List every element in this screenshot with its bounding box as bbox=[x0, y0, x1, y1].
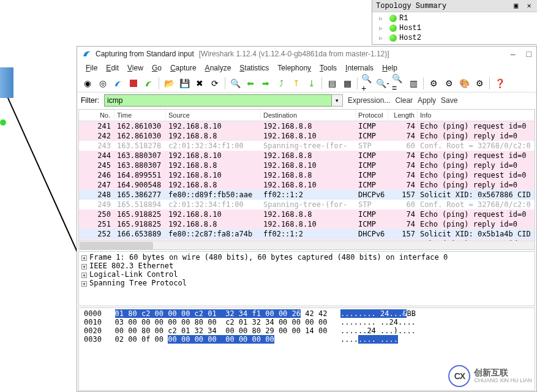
zoom-in-icon[interactable]: 🔍+ bbox=[361, 77, 374, 90]
packet-details[interactable]: +Frame 1: 60 bytes on wire (480 bits), 6… bbox=[78, 251, 535, 306]
svg-rect-2 bbox=[0, 67, 13, 98]
menu-view[interactable]: View bbox=[124, 62, 147, 74]
go-forward-icon[interactable]: ➡ bbox=[259, 77, 272, 90]
col-length[interactable]: Length bbox=[388, 110, 418, 121]
col-no[interactable]: No. bbox=[79, 110, 115, 121]
reload-icon[interactable]: ⟳ bbox=[208, 77, 222, 90]
col-destination[interactable]: Destination bbox=[261, 110, 356, 121]
topology-tree[interactable]: ▷R1 ▷Host1 ▷Host2 bbox=[372, 12, 537, 44]
menu-statistics[interactable]: Statistics bbox=[236, 62, 272, 74]
status-dot-icon bbox=[389, 24, 397, 32]
filter-expression-link[interactable]: Expression... bbox=[348, 96, 390, 105]
status-dot-icon bbox=[389, 15, 397, 22]
window-title: Capturing from Standard input bbox=[96, 50, 194, 58]
help-icon[interactable]: ❓ bbox=[493, 77, 506, 90]
wireshark-window: Capturing from Standard input [Wireshark… bbox=[77, 46, 537, 392]
packet-row[interactable]: 251165.918825192.168.8.8192.168.8.10ICMP… bbox=[79, 219, 535, 229]
packet-row[interactable]: 249165.518894c2:01:32:34:f1:00Spanning-t… bbox=[79, 200, 535, 209]
go-first-icon[interactable]: ⤒ bbox=[290, 77, 303, 90]
topology-title-text: Topology Summary bbox=[376, 2, 446, 10]
packet-row[interactable]: 250165.918825192.168.8.10192.168.8.8ICMP… bbox=[79, 209, 535, 219]
dock-icon[interactable]: ▣ bbox=[512, 1, 520, 10]
auto-scroll-icon[interactable]: ▦ bbox=[340, 77, 354, 90]
filter-bar: Filter: ▾ Expression... Clear Apply Save bbox=[77, 92, 536, 108]
horizontal-scrollbar[interactable] bbox=[79, 241, 535, 249]
filter-dropdown-icon[interactable]: ▾ bbox=[332, 94, 343, 107]
packet-row[interactable]: 244163.880307192.168.8.10192.168.8.8ICMP… bbox=[79, 151, 535, 160]
menu-edit[interactable]: Edit bbox=[102, 62, 122, 74]
interfaces-icon[interactable]: ◉ bbox=[81, 77, 94, 90]
topology-node-r1[interactable]: ▷R1 bbox=[375, 13, 535, 23]
filter-input[interactable] bbox=[104, 94, 332, 107]
packet-row[interactable]: 243163.518278c2:01:32:34:f1:00Spanning-t… bbox=[79, 141, 535, 151]
preferences-icon[interactable]: ⚙ bbox=[473, 77, 486, 90]
col-time[interactable]: Time bbox=[115, 110, 166, 121]
menu-help[interactable]: Help bbox=[378, 62, 401, 74]
go-back-icon[interactable]: ⬅ bbox=[244, 77, 257, 90]
topology-title-bar: Topology Summary ▣ ✕ bbox=[372, 0, 537, 12]
menu-file[interactable]: File bbox=[82, 62, 101, 74]
zoom-out-icon[interactable]: 🔍- bbox=[376, 77, 389, 90]
topology-node-host2[interactable]: ▷Host2 bbox=[375, 33, 535, 43]
tree-frame[interactable]: +Frame 1: 60 bytes on wire (480 bits), 6… bbox=[81, 253, 532, 262]
close-icon[interactable]: ✕ bbox=[525, 1, 533, 10]
filter-save-link[interactable]: Save bbox=[441, 96, 457, 105]
start-capture-icon[interactable] bbox=[111, 77, 125, 90]
packet-bytes[interactable]: 0000 01 80 c2 00 00 00 c2 01 32 34 f1 00… bbox=[78, 307, 535, 391]
filter-clear-link[interactable]: Clear bbox=[395, 96, 413, 105]
svg-rect-3 bbox=[130, 80, 137, 87]
filter-label: Filter: bbox=[81, 96, 99, 105]
find-icon[interactable]: 🔍 bbox=[228, 77, 242, 90]
display-filters-icon[interactable]: ⚙ bbox=[442, 77, 456, 90]
packet-row[interactable]: 245163.880307192.168.8.8192.168.8.10ICMP… bbox=[79, 160, 535, 170]
menu-tools[interactable]: Tools bbox=[316, 62, 340, 74]
col-info[interactable]: Info bbox=[418, 110, 535, 121]
minimize-button[interactable]: – bbox=[511, 49, 516, 59]
menu-capture[interactable]: Capture bbox=[167, 62, 200, 74]
menu-internals[interactable]: Internals bbox=[342, 62, 377, 74]
zoom-reset-icon[interactable]: 🔍= bbox=[391, 77, 405, 90]
packet-row[interactable]: 252166.653889fe80::2c87:fa8:a74bff02::1:… bbox=[79, 229, 535, 239]
packet-headers: No. Time Source Destination Protocol Len… bbox=[79, 110, 535, 121]
packet-row[interactable]: 241162.861030192.168.8.10192.168.8.8ICMP… bbox=[79, 121, 535, 131]
packet-row[interactable]: 242162.861030192.168.8.8192.168.8.10ICMP… bbox=[79, 131, 535, 141]
menu-telephony[interactable]: Telephony bbox=[274, 62, 315, 74]
close-file-icon[interactable]: ✖ bbox=[193, 77, 206, 90]
open-file-icon[interactable]: 📂 bbox=[162, 77, 176, 90]
toolbar: ◉ ◎ 📂 💾 ✖ ⟳ 🔍 ⬅ ➡ ⤴ ⤒ ⤓ ▤ ▦ 🔍+ 🔍- 🔍= ▥ ⚙… bbox=[77, 75, 536, 92]
col-protocol[interactable]: Protocol bbox=[356, 110, 388, 121]
menu-analyze[interactable]: Analyze bbox=[201, 62, 235, 74]
svg-line-0 bbox=[0, 12, 80, 257]
packet-row[interactable]: 247164.900548192.168.8.8192.168.8.10ICMP… bbox=[79, 180, 535, 190]
packet-row[interactable]: 248165.386277fe80::d89f:fb50:aaeff02::1:… bbox=[79, 190, 535, 200]
wireshark-icon bbox=[82, 49, 92, 59]
svg-point-1 bbox=[0, 119, 6, 126]
resize-columns-icon[interactable]: ▥ bbox=[407, 77, 420, 90]
menu-go[interactable]: Go bbox=[148, 62, 165, 74]
tree-stp[interactable]: +Spanning Tree Protocol bbox=[81, 279, 532, 287]
packet-row[interactable]: 246164.899551192.168.8.10192.168.8.8ICMP… bbox=[79, 170, 535, 180]
topology-panel: Topology Summary ▣ ✕ ▷R1 ▷Host1 ▷Host2 bbox=[372, 0, 537, 45]
restart-capture-icon[interactable] bbox=[142, 77, 156, 90]
tree-llc[interactable]: +Logical-Link Control bbox=[81, 270, 532, 279]
title-bar: Capturing from Standard input [Wireshark… bbox=[77, 47, 536, 61]
capture-filters-icon[interactable]: ⚙ bbox=[427, 77, 440, 90]
save-file-icon[interactable]: 💾 bbox=[178, 77, 191, 90]
colorize-icon[interactable]: ▤ bbox=[325, 77, 339, 90]
tree-ethernet[interactable]: +IEEE 802.3 Ethernet bbox=[81, 262, 532, 270]
window-subtitle: [Wireshark 1.12.4 (v1.12.4-0-gb4861da fr… bbox=[199, 50, 389, 58]
coloring-rules-icon[interactable]: 🎨 bbox=[457, 77, 471, 90]
maximize-button[interactable]: □ bbox=[527, 49, 531, 59]
col-source[interactable]: Source bbox=[166, 110, 261, 121]
status-dot-icon bbox=[389, 34, 397, 42]
options-icon[interactable]: ◎ bbox=[96, 77, 110, 90]
packet-list[interactable]: No. Time Source Destination Protocol Len… bbox=[78, 109, 535, 250]
topology-node-host1[interactable]: ▷Host1 bbox=[375, 23, 535, 33]
go-to-icon[interactable]: ⤴ bbox=[274, 77, 288, 90]
go-last-icon[interactable]: ⤓ bbox=[305, 77, 318, 90]
menu-bar: File Edit View Go Capture Analyze Statis… bbox=[77, 61, 536, 75]
stop-capture-icon[interactable] bbox=[127, 77, 140, 90]
filter-apply-link[interactable]: Apply bbox=[418, 96, 436, 105]
